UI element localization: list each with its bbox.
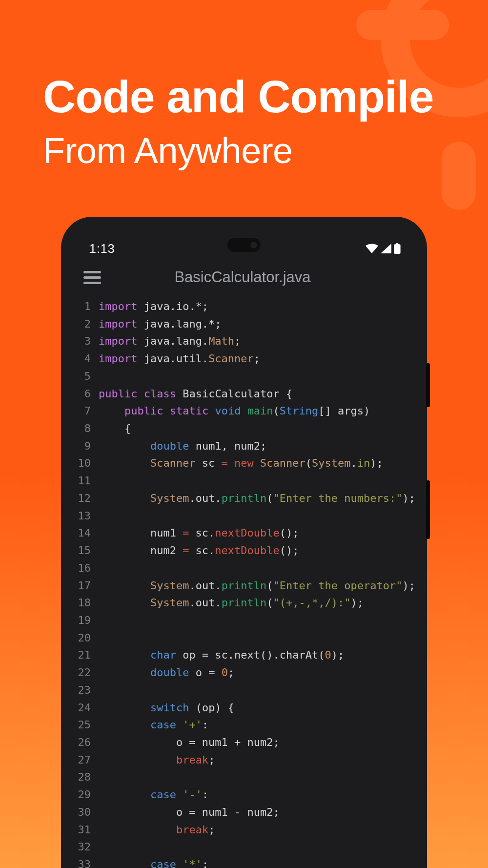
hero: Code and Compile From Anywhere <box>0 0 488 171</box>
phone-screen: 1:13 BasicCalculator.java 12345678910111… <box>73 230 415 868</box>
code-editor[interactable]: 1234567891011121314151617181920212223242… <box>73 296 415 868</box>
phone-mockup: 1:13 BasicCalculator.java 12345678910111… <box>61 217 427 868</box>
code-content[interactable]: import java.io.*;import java.lang.*;impo… <box>99 298 415 868</box>
line-gutter: 1234567891011121314151617181920212223242… <box>73 298 99 868</box>
status-indicators <box>366 243 402 254</box>
status-time: 1:13 <box>86 242 115 256</box>
svg-rect-1 <box>396 243 398 245</box>
phone-power-button <box>426 363 430 407</box>
hero-headline: Code and Compile <box>43 72 449 121</box>
hero-subhead: From Anywhere <box>43 130 449 171</box>
phone-notch <box>227 238 261 252</box>
wifi-icon <box>366 244 378 253</box>
file-title: BasicCalculator.java <box>83 269 402 286</box>
battery-icon <box>394 243 401 254</box>
phone-volume-button <box>426 480 430 539</box>
cellular-icon <box>381 244 391 253</box>
phone-frame: 1:13 BasicCalculator.java 12345678910111… <box>61 217 427 868</box>
svg-rect-0 <box>394 244 400 254</box>
app-header: BasicCalculator.java <box>73 258 415 296</box>
